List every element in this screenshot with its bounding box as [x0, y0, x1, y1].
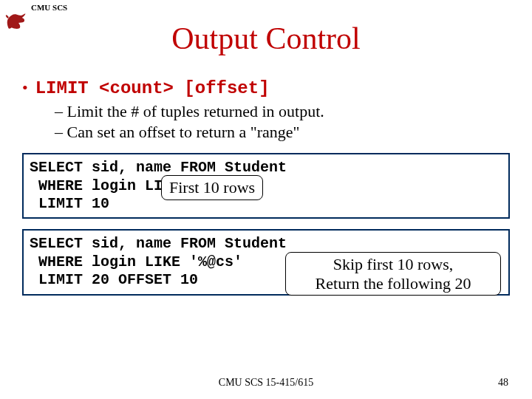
header-org: CMU SCS	[31, 3, 67, 12]
code-block-2: SELECT sid, name FROM Student WHERE logi…	[22, 229, 510, 295]
sub-bullet-2: – Can set an offset to return a "range"	[55, 122, 510, 143]
sub-bullet-1-text: Limit the # of tuples returned in output…	[67, 102, 324, 120]
callout-first-10: First 10 rows	[161, 175, 263, 200]
slide-title: Output Control	[0, 21, 532, 56]
footer-page-number: 48	[498, 377, 508, 389]
callout-skip-10: Skip first 10 rows,Return the following …	[285, 252, 501, 296]
main-bullet-text: LIMIT <count> [offset]	[35, 78, 270, 98]
bullet-dot-icon: •	[22, 80, 28, 96]
footer-course: CMU SCS 15-415/615	[0, 377, 532, 389]
sub-bullet-1: – Limit the # of tuples returned in outp…	[55, 101, 510, 122]
code-block-1: SELECT sid, name FROM Student WHERE logi…	[22, 153, 510, 219]
slide-content: • LIMIT <count> [offset] – Limit the # o…	[22, 78, 510, 296]
main-bullet: • LIMIT <count> [offset]	[22, 78, 510, 98]
sub-bullet-2-text: Can set an offset to return a "range"	[67, 123, 300, 141]
